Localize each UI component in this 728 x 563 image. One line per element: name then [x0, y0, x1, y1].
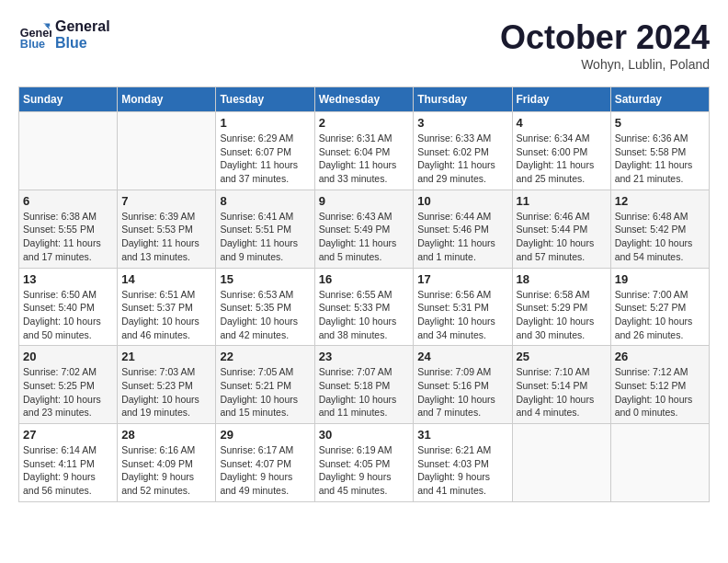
calendar-cell: 1Sunrise: 6:29 AM Sunset: 6:07 PM Daylig…	[216, 112, 314, 190]
day-detail: Sunrise: 6:53 AM Sunset: 5:35 PM Dayligh…	[220, 288, 310, 342]
svg-text:Blue: Blue	[20, 38, 45, 51]
day-number: 27	[23, 428, 113, 442]
day-header-friday: Friday	[512, 87, 610, 112]
calendar-cell	[19, 112, 118, 190]
day-number: 28	[121, 428, 211, 442]
day-number: 26	[615, 350, 705, 363]
day-header-monday: Monday	[118, 87, 216, 112]
day-number: 4	[517, 116, 607, 130]
day-number: 19	[615, 272, 705, 286]
day-header-wednesday: Wednesday	[314, 87, 414, 112]
day-detail: Sunrise: 6:16 AM Sunset: 4:09 PM Dayligh…	[121, 443, 211, 498]
day-number: 31	[417, 428, 507, 442]
calendar-week-row: 13Sunrise: 6:50 AM Sunset: 5:40 PM Dayli…	[19, 268, 710, 346]
calendar-cell: 4Sunrise: 6:34 AM Sunset: 6:00 PM Daylig…	[512, 112, 610, 190]
calendar-cell: 14Sunrise: 6:51 AM Sunset: 5:37 PM Dayli…	[118, 268, 216, 346]
calendar-cell: 23Sunrise: 7:07 AM Sunset: 5:18 PM Dayli…	[314, 346, 414, 424]
day-detail: Sunrise: 6:50 AM Sunset: 5:40 PM Dayligh…	[23, 288, 113, 342]
calendar-cell: 9Sunrise: 6:43 AM Sunset: 5:49 PM Daylig…	[314, 190, 414, 268]
title-block: October 2024 Wohyn, Lublin, Poland	[500, 18, 710, 72]
calendar-cell: 8Sunrise: 6:41 AM Sunset: 5:51 PM Daylig…	[216, 190, 314, 268]
calendar-week-row: 1Sunrise: 6:29 AM Sunset: 6:07 PM Daylig…	[19, 112, 710, 190]
day-number: 3	[417, 116, 507, 130]
calendar-cell: 18Sunrise: 6:58 AM Sunset: 5:29 PM Dayli…	[512, 268, 610, 346]
calendar-cell: 12Sunrise: 6:48 AM Sunset: 5:42 PM Dayli…	[610, 190, 709, 268]
day-detail: Sunrise: 6:41 AM Sunset: 5:51 PM Dayligh…	[220, 210, 310, 264]
calendar-header-row: SundayMondayTuesdayWednesdayThursdayFrid…	[19, 87, 710, 112]
calendar-cell: 20Sunrise: 7:02 AM Sunset: 5:25 PM Dayli…	[19, 346, 118, 424]
calendar-cell: 30Sunrise: 6:19 AM Sunset: 4:05 PM Dayli…	[314, 424, 414, 502]
day-detail: Sunrise: 7:07 AM Sunset: 5:18 PM Dayligh…	[319, 365, 410, 419]
day-detail: Sunrise: 6:21 AM Sunset: 4:03 PM Dayligh…	[417, 443, 507, 498]
day-number: 17	[417, 272, 507, 286]
day-number: 11	[517, 194, 607, 208]
day-detail: Sunrise: 6:14 AM Sunset: 4:11 PM Dayligh…	[23, 443, 113, 498]
day-number: 1	[220, 116, 310, 130]
calendar-table: SundayMondayTuesdayWednesdayThursdayFrid…	[18, 86, 710, 502]
day-header-saturday: Saturday	[610, 87, 709, 112]
calendar-body: 1Sunrise: 6:29 AM Sunset: 6:07 PM Daylig…	[19, 112, 710, 502]
logo-text-line2: Blue	[55, 35, 110, 52]
day-detail: Sunrise: 6:17 AM Sunset: 4:07 PM Dayligh…	[220, 443, 310, 498]
day-header-thursday: Thursday	[414, 87, 512, 112]
calendar-cell: 15Sunrise: 6:53 AM Sunset: 5:35 PM Dayli…	[216, 268, 314, 346]
day-detail: Sunrise: 7:03 AM Sunset: 5:23 PM Dayligh…	[121, 365, 211, 419]
day-number: 8	[220, 194, 310, 208]
day-number: 21	[121, 350, 211, 363]
location-subtitle: Wohyn, Lublin, Poland	[500, 57, 710, 72]
day-number: 16	[319, 272, 410, 286]
calendar-cell: 16Sunrise: 6:55 AM Sunset: 5:33 PM Dayli…	[314, 268, 414, 346]
logo-text-line1: General	[55, 18, 110, 35]
day-detail: Sunrise: 7:00 AM Sunset: 5:27 PM Dayligh…	[615, 288, 705, 342]
day-detail: Sunrise: 6:56 AM Sunset: 5:31 PM Dayligh…	[417, 288, 507, 342]
calendar-cell: 10Sunrise: 6:44 AM Sunset: 5:46 PM Dayli…	[414, 190, 512, 268]
day-number: 30	[319, 428, 410, 442]
day-detail: Sunrise: 7:12 AM Sunset: 5:12 PM Dayligh…	[615, 365, 705, 419]
day-number: 9	[319, 194, 410, 208]
day-number: 6	[23, 194, 113, 208]
calendar-cell: 2Sunrise: 6:31 AM Sunset: 6:04 PM Daylig…	[314, 112, 414, 190]
day-detail: Sunrise: 7:02 AM Sunset: 5:25 PM Dayligh…	[23, 365, 113, 419]
day-detail: Sunrise: 6:55 AM Sunset: 5:33 PM Dayligh…	[319, 288, 410, 342]
day-detail: Sunrise: 6:29 AM Sunset: 6:07 PM Dayligh…	[220, 132, 310, 186]
day-number: 10	[417, 194, 507, 208]
day-number: 2	[319, 116, 410, 130]
day-detail: Sunrise: 6:44 AM Sunset: 5:46 PM Dayligh…	[417, 210, 507, 264]
day-number: 14	[121, 272, 211, 286]
day-detail: Sunrise: 6:51 AM Sunset: 5:37 PM Dayligh…	[121, 288, 211, 342]
day-number: 13	[23, 272, 113, 286]
calendar-cell: 26Sunrise: 7:12 AM Sunset: 5:12 PM Dayli…	[610, 346, 709, 424]
day-number: 29	[220, 428, 310, 442]
calendar-cell	[118, 112, 216, 190]
day-number: 15	[220, 272, 310, 286]
day-header-sunday: Sunday	[19, 87, 118, 112]
logo-icon: General Blue	[18, 18, 51, 52]
day-detail: Sunrise: 6:31 AM Sunset: 6:04 PM Dayligh…	[319, 132, 410, 186]
page-header: General Blue General Blue October 2024 W…	[18, 18, 710, 72]
day-header-tuesday: Tuesday	[216, 87, 314, 112]
calendar-cell: 5Sunrise: 6:36 AM Sunset: 5:58 PM Daylig…	[610, 112, 709, 190]
day-detail: Sunrise: 6:33 AM Sunset: 6:02 PM Dayligh…	[417, 132, 507, 186]
day-number: 7	[121, 194, 211, 208]
day-number: 24	[417, 350, 507, 363]
day-number: 25	[517, 350, 607, 363]
day-detail: Sunrise: 6:39 AM Sunset: 5:53 PM Dayligh…	[121, 210, 211, 264]
day-number: 12	[615, 194, 705, 208]
calendar-week-row: 20Sunrise: 7:02 AM Sunset: 5:25 PM Dayli…	[19, 346, 710, 424]
day-detail: Sunrise: 7:10 AM Sunset: 5:14 PM Dayligh…	[517, 365, 607, 419]
calendar-cell: 3Sunrise: 6:33 AM Sunset: 6:02 PM Daylig…	[414, 112, 512, 190]
calendar-week-row: 6Sunrise: 6:38 AM Sunset: 5:55 PM Daylig…	[19, 190, 710, 268]
day-detail: Sunrise: 6:36 AM Sunset: 5:58 PM Dayligh…	[615, 132, 705, 186]
calendar-cell: 17Sunrise: 6:56 AM Sunset: 5:31 PM Dayli…	[414, 268, 512, 346]
day-detail: Sunrise: 6:38 AM Sunset: 5:55 PM Dayligh…	[23, 210, 113, 264]
day-detail: Sunrise: 6:19 AM Sunset: 4:05 PM Dayligh…	[319, 443, 410, 498]
calendar-cell	[610, 424, 709, 502]
day-detail: Sunrise: 7:05 AM Sunset: 5:21 PM Dayligh…	[220, 365, 310, 419]
calendar-cell: 7Sunrise: 6:39 AM Sunset: 5:53 PM Daylig…	[118, 190, 216, 268]
logo: General Blue General Blue	[18, 18, 110, 52]
day-detail: Sunrise: 6:43 AM Sunset: 5:49 PM Dayligh…	[319, 210, 410, 264]
day-detail: Sunrise: 7:09 AM Sunset: 5:16 PM Dayligh…	[417, 365, 507, 419]
day-number: 5	[615, 116, 705, 130]
calendar-cell: 21Sunrise: 7:03 AM Sunset: 5:23 PM Dayli…	[118, 346, 216, 424]
calendar-week-row: 27Sunrise: 6:14 AM Sunset: 4:11 PM Dayli…	[19, 424, 710, 502]
